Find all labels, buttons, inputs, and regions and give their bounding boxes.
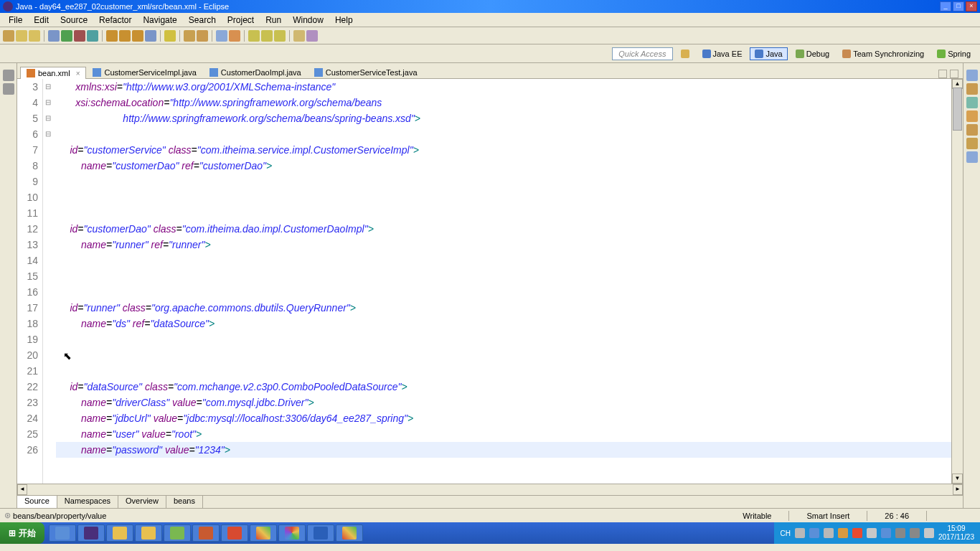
code-content[interactable]: xmlns:xsi="http://www.w3.org/2001/XMLSch…	[53, 79, 951, 484]
close-tab-icon[interactable]: ×	[76, 70, 80, 77]
menu-window[interactable]: Window	[287, 14, 329, 27]
perspective-javaee[interactable]: Java EE	[697, 47, 748, 60]
newclass-icon[interactable]	[119, 30, 131, 42]
separator	[179, 30, 180, 42]
problems-icon[interactable]	[966, 110, 978, 122]
taskbar: ⊞ 开始 CH 15:09 2017/11/23	[0, 522, 980, 544]
scroll-down-icon[interactable]: ▼	[952, 474, 963, 484]
tasklist-icon[interactable]	[966, 83, 978, 95]
runext-icon[interactable]	[74, 30, 85, 42]
open-perspective-button[interactable]	[676, 47, 694, 60]
minimize-button[interactable]: _	[940, 1, 951, 11]
debug-icon[interactable]	[48, 30, 60, 42]
vertical-scrollbar[interactable]: ▲ ▼	[951, 79, 963, 484]
task-app3[interactable]	[221, 524, 248, 542]
code-editor[interactable]: ⬉ 34567891011121314151617181920212223242…	[17, 79, 963, 484]
new-icon[interactable]	[3, 30, 14, 42]
menu-refactor[interactable]: Refactor	[93, 14, 137, 27]
back-icon[interactable]	[261, 30, 273, 42]
tab-bean-xml[interactable]: bean.xml ×	[20, 67, 86, 79]
view-icon[interactable]	[3, 83, 14, 95]
tab-customer-service-test[interactable]: CustomerServiceTest.java	[308, 66, 424, 78]
quick-access[interactable]: Quick Access	[612, 47, 672, 60]
tray-icon[interactable]	[895, 528, 905, 538]
task-explorer2[interactable]	[135, 524, 162, 542]
task-chrome[interactable]	[250, 524, 277, 542]
maximize-button[interactable]: □	[953, 1, 964, 11]
btab-namespaces[interactable]: Namespaces	[57, 496, 118, 508]
task-chrome2[interactable]	[336, 524, 363, 542]
menu-navigate[interactable]: Navigate	[137, 14, 182, 27]
scroll-right-icon[interactable]: ►	[953, 484, 963, 495]
tray-icon[interactable]	[881, 528, 891, 538]
menu-edit[interactable]: Edit	[28, 14, 55, 27]
wand-icon[interactable]	[306, 30, 318, 42]
lastloc-icon[interactable]	[248, 30, 260, 42]
separator	[212, 30, 212, 42]
perspective-team[interactable]: Team Synchronizing	[837, 47, 929, 60]
servers-icon[interactable]	[966, 151, 978, 163]
saveall-icon[interactable]	[29, 30, 40, 42]
perspective-spring[interactable]: Spring	[932, 47, 976, 60]
build-icon[interactable]	[229, 30, 240, 42]
tray-icon[interactable]	[795, 528, 805, 538]
beans-icon[interactable]	[966, 97, 978, 108]
tray-icon[interactable]	[809, 528, 819, 538]
tray-icon[interactable]	[838, 528, 848, 538]
task-icon[interactable]	[184, 30, 195, 42]
java-icon	[314, 68, 323, 77]
bookmark-icon[interactable]	[197, 30, 208, 42]
progress-icon[interactable]	[966, 138, 978, 149]
menu-source[interactable]: Source	[55, 14, 93, 27]
task-desktop[interactable]	[49, 524, 76, 542]
menu-help[interactable]: Help	[329, 14, 359, 27]
status-bar: ⊛ beans/bean/property/value Writable Sma…	[0, 508, 980, 522]
opentype-icon[interactable]	[145, 30, 156, 42]
start-button[interactable]: ⊞ 开始	[0, 522, 44, 544]
tray-icon[interactable]	[852, 528, 862, 538]
scroll-left-icon[interactable]: ◄	[17, 484, 27, 495]
fold-column[interactable]: ⊟ ⊟ ⊟ ⊟	[43, 79, 53, 484]
tray-icon[interactable]	[867, 528, 877, 538]
tray-icon[interactable]	[824, 528, 834, 538]
menu-run[interactable]: Run	[260, 14, 287, 27]
tab-customer-service-impl[interactable]: CustomerServiceImpl.java	[86, 66, 202, 78]
tray-icon[interactable]	[924, 528, 934, 538]
task-app1[interactable]	[164, 524, 191, 542]
search-icon[interactable]	[164, 30, 176, 42]
btab-beans[interactable]: beans	[166, 496, 203, 508]
clock[interactable]: 15:09 2017/11/23	[938, 524, 974, 542]
scroll-thumb[interactable]	[953, 88, 962, 131]
minimize-view-icon[interactable]	[938, 70, 947, 78]
newif-icon[interactable]	[132, 30, 143, 42]
run-icon[interactable]	[61, 30, 72, 42]
tray-icon[interactable]	[910, 528, 920, 538]
fwd-icon[interactable]	[274, 30, 286, 42]
newpkg-icon[interactable]	[106, 30, 118, 42]
menu-project[interactable]: Project	[222, 14, 260, 27]
menu-search[interactable]: Search	[183, 14, 222, 27]
perspective-java[interactable]: Java	[750, 47, 787, 60]
pin-icon[interactable]	[293, 30, 305, 42]
view-icon[interactable]	[3, 70, 14, 81]
menu-file[interactable]: File	[3, 14, 28, 27]
task-eclipse[interactable]	[77, 524, 105, 542]
task-word[interactable]	[307, 524, 334, 542]
save-icon[interactable]	[16, 30, 27, 42]
task-app2[interactable]	[192, 524, 220, 542]
close-button[interactable]: ×	[966, 1, 977, 11]
ime-indicator[interactable]: CH	[780, 529, 790, 537]
design-tabs: Source Namespaces Overview beans	[17, 495, 963, 508]
btab-overview[interactable]: Overview	[118, 496, 166, 508]
coverage-icon[interactable]	[87, 30, 98, 42]
outline-icon[interactable]	[966, 70, 978, 81]
horizontal-scrollbar[interactable]: ◄ ►	[17, 484, 963, 495]
perspective-debug[interactable]: Debug	[791, 47, 834, 60]
task-app4[interactable]	[278, 524, 306, 542]
tab-customer-dao-impl[interactable]: CustomerDaoImpl.java	[203, 66, 308, 78]
maximize-view-icon[interactable]	[950, 70, 958, 78]
print-icon[interactable]	[216, 30, 227, 42]
console-icon[interactable]	[966, 124, 978, 136]
task-explorer[interactable]	[106, 524, 133, 542]
btab-source[interactable]: Source	[17, 496, 57, 508]
